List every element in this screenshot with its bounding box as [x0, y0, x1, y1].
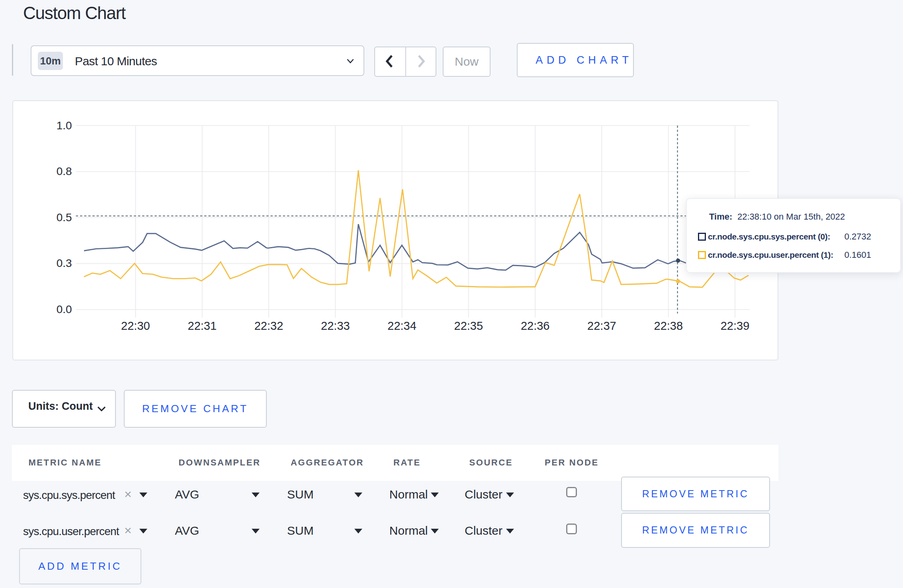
svg-text:0.0: 0.0 [57, 303, 72, 315]
svg-text:0.8: 0.8 [57, 165, 72, 177]
svg-text:1.0: 1.0 [57, 119, 72, 132]
svg-text:22:37: 22:37 [587, 319, 616, 332]
svg-text:22:32: 22:32 [254, 319, 283, 332]
svg-text:22:30: 22:30 [121, 319, 150, 332]
svg-text:0.5: 0.5 [57, 211, 72, 224]
svg-text:22:31: 22:31 [188, 319, 217, 332]
svg-text:22:39: 22:39 [721, 319, 750, 332]
svg-text:0.3: 0.3 [57, 257, 72, 269]
svg-text:22:35: 22:35 [454, 319, 483, 332]
svg-text:22:34: 22:34 [387, 319, 416, 332]
svg-text:22:36: 22:36 [521, 319, 550, 332]
svg-text:22:33: 22:33 [321, 319, 350, 332]
svg-text:22:38: 22:38 [654, 319, 683, 332]
